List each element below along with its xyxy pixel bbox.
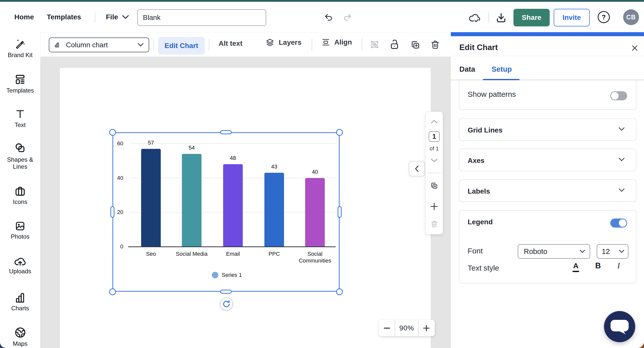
globe-icon bbox=[14, 327, 26, 338]
page-up-button[interactable] bbox=[430, 119, 438, 125]
avatar-initials: CB bbox=[626, 14, 636, 21]
sidebar-item-charts[interactable]: Charts bbox=[0, 292, 40, 312]
duplicate-page-button[interactable] bbox=[430, 182, 438, 191]
page-count-label: of 1 bbox=[430, 145, 439, 152]
underline-style-button[interactable]: A bbox=[573, 262, 579, 270]
header-divider bbox=[95, 12, 95, 22]
browser-top-strip bbox=[0, 0, 644, 2]
share-label: Share bbox=[522, 14, 541, 22]
alt-text-label: Alt text bbox=[219, 39, 243, 47]
mini-column-chart-icon bbox=[54, 42, 60, 48]
undo-icon bbox=[326, 15, 332, 20]
page-number-box[interactable]: 1 bbox=[429, 131, 440, 142]
italic-style-button[interactable]: I bbox=[617, 261, 620, 270]
collapse-panel-button[interactable] bbox=[409, 161, 425, 176]
nav-home[interactable]: Home bbox=[14, 13, 34, 21]
show-patterns-toggle[interactable] bbox=[610, 91, 627, 100]
labels-card[interactable]: Labels bbox=[459, 179, 636, 202]
chevron-down-icon bbox=[122, 15, 129, 19]
page-count: of 1 bbox=[430, 145, 439, 152]
selection-handle-nw[interactable] bbox=[109, 129, 116, 136]
underline-a-icon: A bbox=[573, 262, 579, 270]
edit-chart-panel: Edit Chart Data Setup Show patterns Grid… bbox=[451, 32, 644, 348]
chat-launcher-button[interactable] bbox=[604, 311, 635, 342]
minus-icon bbox=[384, 328, 390, 329]
avatar[interactable]: CB bbox=[623, 9, 639, 25]
invite-button[interactable]: Invite bbox=[554, 9, 590, 26]
selection-handle-w[interactable] bbox=[110, 206, 114, 218]
trash-disabled-icon bbox=[430, 220, 438, 228]
selection-handle-sw[interactable] bbox=[109, 288, 116, 295]
document-title-input[interactable]: Blank bbox=[137, 9, 266, 26]
sidebar-label: Charts bbox=[0, 305, 40, 312]
legend-toggle[interactable] bbox=[610, 219, 627, 228]
underline-bar bbox=[573, 271, 579, 272]
nav-templates[interactable]: Templates bbox=[47, 13, 81, 21]
add-page-button[interactable] bbox=[430, 202, 438, 212]
sidebar-item-text[interactable]: Text bbox=[0, 109, 40, 128]
app-window: Home Templates File Blank bbox=[0, 0, 644, 348]
invite-label: Invite bbox=[562, 14, 581, 22]
plus-icon bbox=[430, 202, 438, 211]
document-title-value: Blank bbox=[143, 14, 160, 22]
page-down-button[interactable] bbox=[430, 158, 438, 164]
sidebar-label: Shapes & Lines bbox=[5, 156, 35, 170]
axes-card[interactable]: Axes bbox=[459, 149, 636, 171]
zoom-in-button[interactable] bbox=[418, 320, 434, 336]
bold-style-button[interactable]: B bbox=[595, 261, 601, 270]
chevron-down-icon bbox=[618, 127, 625, 132]
panel-close-button[interactable] bbox=[630, 44, 639, 53]
alt-text-button[interactable]: Alt text bbox=[219, 39, 243, 48]
share-button[interactable]: Share bbox=[513, 9, 550, 26]
chart-type-select[interactable]: Column chart bbox=[49, 37, 149, 52]
layers-label: Layers bbox=[279, 38, 301, 47]
file-menu-label: File bbox=[106, 13, 118, 21]
toolbar-divider bbox=[153, 38, 154, 51]
sidebar-item-photos[interactable]: Photos bbox=[0, 221, 40, 240]
chevron-down-icon bbox=[619, 250, 624, 253]
tab-data[interactable]: Data bbox=[459, 65, 475, 73]
sidebar-label: Uploads bbox=[0, 268, 40, 275]
chevron-down-icon bbox=[618, 157, 625, 162]
duplicate-button[interactable] bbox=[410, 40, 420, 50]
sidebar-label: Text bbox=[0, 121, 40, 128]
sidebar-item-templates[interactable]: Templates bbox=[0, 74, 40, 94]
sidebar-item-shapes[interactable]: Shapes & Lines bbox=[0, 142, 40, 170]
rotate-button[interactable] bbox=[220, 297, 233, 311]
zoom-value[interactable]: 90% bbox=[395, 320, 418, 336]
layers-button[interactable]: Layers bbox=[266, 38, 301, 47]
sidebar-item-uploads[interactable]: Uploads bbox=[0, 256, 40, 275]
file-menu-button[interactable]: File bbox=[106, 13, 129, 21]
layers-icon bbox=[266, 38, 274, 47]
labels-label: Labels bbox=[468, 187, 490, 195]
selection-handle-e[interactable] bbox=[338, 206, 342, 218]
grid-lines-label: Grid Lines bbox=[468, 126, 502, 134]
show-patterns-card: Show patterns bbox=[459, 80, 636, 110]
zoom-out-button[interactable] bbox=[379, 320, 395, 336]
page-navigator: 1 of 1 bbox=[425, 112, 443, 234]
selection-handle-se[interactable] bbox=[336, 288, 343, 295]
lock-button[interactable] bbox=[390, 39, 400, 49]
delete-button[interactable] bbox=[430, 40, 440, 50]
sidebar-item-icons[interactable]: Icons bbox=[0, 186, 40, 205]
selection-handle-ne[interactable] bbox=[336, 129, 343, 136]
undo-button[interactable] bbox=[325, 14, 333, 21]
redo-button[interactable] bbox=[343, 14, 351, 21]
edit-chart-button[interactable]: Edit Chart bbox=[158, 37, 205, 55]
panel-title: Edit Chart bbox=[459, 43, 498, 52]
grid-lines-card[interactable]: Grid Lines bbox=[459, 118, 636, 141]
selection-handle-n[interactable] bbox=[220, 130, 232, 134]
delete-page-button[interactable] bbox=[430, 220, 438, 229]
page-number: 1 bbox=[432, 133, 436, 141]
font-select[interactable]: Roboto bbox=[518, 244, 590, 259]
download-button[interactable] bbox=[496, 13, 506, 23]
font-size-select[interactable]: 12 bbox=[597, 244, 628, 259]
group-button[interactable] bbox=[370, 40, 379, 49]
align-button[interactable]: Align bbox=[322, 38, 352, 47]
tab-setup[interactable]: Setup bbox=[492, 65, 512, 73]
header: Home Templates File Blank bbox=[0, 2, 644, 32]
help-button[interactable]: ? bbox=[598, 11, 610, 23]
selection-handle-s[interactable] bbox=[220, 290, 232, 294]
selection-box[interactable] bbox=[112, 132, 340, 292]
sidebar-item-brand-kit[interactable]: Brand Kit bbox=[0, 39, 40, 59]
